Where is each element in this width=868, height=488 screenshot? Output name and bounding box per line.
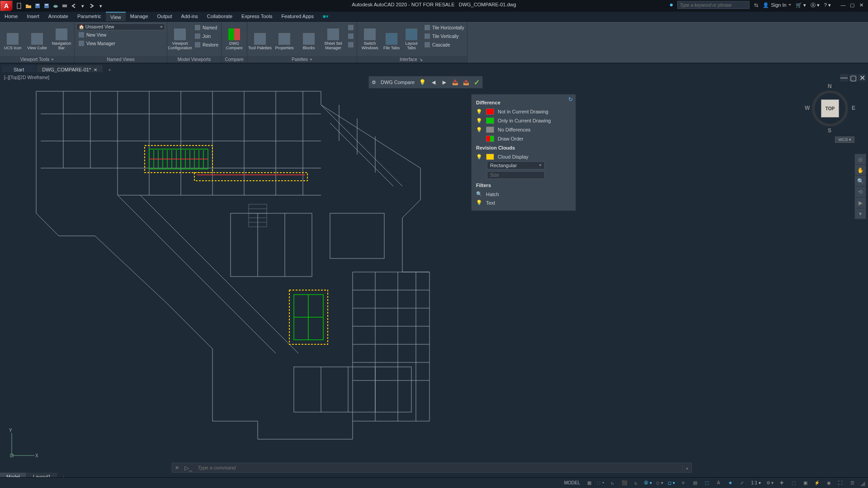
osnap-icon[interactable]: ◻ ▾ — [666, 479, 677, 488]
tab-manage[interactable]: Manage — [126, 12, 153, 21]
navbar-more-icon[interactable]: ▾ — [855, 208, 866, 219]
filter-toggle-icon[interactable]: 🔍 — [476, 191, 482, 197]
quick-properties-icon[interactable]: ▣ — [800, 479, 811, 488]
viewcube-s[interactable]: S — [828, 127, 831, 134]
grid-toggle-icon[interactable]: ▦ — [584, 479, 594, 488]
orbit-icon[interactable]: ⟲ — [855, 187, 866, 197]
open-icon[interactable] — [24, 2, 33, 10]
tab-view[interactable]: View — [106, 12, 126, 21]
showmotion-icon[interactable]: ▶ — [855, 197, 866, 208]
swatch-gray[interactable] — [486, 127, 494, 133]
saveas-icon[interactable] — [42, 2, 51, 10]
compare-done-icon[interactable]: ✓ — [474, 78, 480, 87]
vp-maximize[interactable]: ▢ — [849, 74, 857, 81]
a360-icon[interactable]: Ⓐ ▾ — [811, 2, 820, 9]
cmd-input[interactable]: Type a command — [195, 465, 682, 470]
viewcube[interactable]: TOP N S W E — [803, 81, 857, 136]
difference-panel[interactable]: ↻ Difference 💡 Not in Current Drawing 💡 … — [471, 94, 576, 211]
tab-output[interactable]: Output — [153, 12, 177, 21]
save-icon[interactable] — [33, 2, 42, 10]
bulb-toggle-icon[interactable]: 💡 — [476, 154, 482, 160]
file-tabs-button[interactable]: File Tabs — [382, 23, 401, 52]
infocenter-icon[interactable]: ⇆ — [754, 2, 758, 8]
palette-extra-2[interactable] — [346, 32, 356, 40]
viewcube-w[interactable]: W — [805, 105, 810, 111]
unsaved-view-dropdown[interactable]: 🏠 Unsaved View — [76, 23, 165, 30]
filter-toggle-icon[interactable]: 💡 — [476, 200, 482, 206]
viewport-join-button[interactable]: Join — [193, 32, 220, 40]
cascade-button[interactable]: Cascade — [422, 41, 466, 49]
search-input[interactable] — [677, 1, 750, 9]
navbar-button[interactable]: Navigation Bar — [50, 23, 73, 52]
viewcube-e[interactable]: E — [852, 105, 855, 111]
properties-button[interactable]: Properties — [273, 23, 296, 52]
ortho-icon[interactable]: ⊾ — [631, 479, 642, 488]
cloud-icon[interactable] — [52, 2, 60, 10]
tab-express-tools[interactable]: Express Tools — [237, 12, 277, 21]
customization-icon[interactable]: ☰ — [847, 479, 858, 488]
close-button[interactable]: ✕ — [857, 1, 865, 9]
view-manager-button[interactable]: View Manager — [76, 39, 117, 47]
viewport-restore-button[interactable]: Restore — [193, 41, 220, 49]
selection-cycling-icon[interactable]: ⬚ — [701, 479, 712, 488]
bulb-toggle-icon[interactable]: 💡 — [476, 127, 482, 133]
viewcube-button[interactable]: View Cube — [25, 23, 49, 52]
maximize-button[interactable]: ▢ — [848, 1, 856, 9]
compare-bulb-icon[interactable]: 💡 — [419, 79, 426, 85]
compare-import-icon[interactable]: 📥 — [452, 80, 458, 85]
zoom-extents-icon[interactable]: 🔍 — [855, 176, 866, 187]
switch-windows-button[interactable]: Switch Windows — [358, 23, 382, 52]
qat-dropdown-icon[interactable]: ▾ — [79, 2, 87, 10]
app-logo[interactable]: A — [0, 0, 13, 11]
signin-button[interactable]: 👤 Sign In — [763, 2, 791, 8]
tab-annotate[interactable]: Annotate — [44, 12, 73, 21]
palette-extra-1[interactable] — [346, 23, 356, 32]
cloud-shape-dropdown[interactable]: Rectangular — [487, 161, 545, 169]
transparency-icon[interactable]: ▤ — [689, 479, 700, 488]
workspace-switching-icon[interactable]: ⚙ ▾ — [764, 479, 775, 488]
close-tab-icon[interactable]: ✕ — [94, 67, 97, 72]
viewcube-top-face[interactable]: TOP — [821, 99, 839, 117]
bulb-toggle-icon[interactable]: 💡 — [476, 109, 482, 115]
tab-home[interactable]: Home — [0, 12, 22, 21]
viewport-controls-label[interactable]: [–][Top][2D Wireframe] — [1, 74, 52, 81]
swatch-draworder[interactable] — [486, 136, 494, 142]
help-icon[interactable]: ? ▾ — [824, 2, 831, 8]
dwg-compare-toolbar[interactable]: ⚙ DWG Compare 💡 ◄ ► 📥 📤 ✓ — [368, 76, 483, 89]
new-icon[interactable] — [15, 2, 24, 10]
lineweight-icon[interactable]: ≡ — [678, 479, 689, 488]
hardware-acceleration-icon[interactable]: ⚡ — [811, 479, 822, 488]
tool-palettes-button[interactable]: Tool Palettes — [248, 23, 272, 52]
minimize-button[interactable]: — — [839, 1, 847, 9]
annotation-visibility-icon[interactable]: ★ — [725, 479, 736, 488]
palette-extra-3[interactable] — [346, 41, 356, 49]
isolate-objects-icon[interactable]: ◉ — [823, 479, 834, 488]
viewport-named-button[interactable]: Named — [193, 23, 220, 32]
swatch-yellow[interactable] — [486, 154, 494, 160]
layout-tabs-button[interactable]: Layout Tabs — [401, 23, 421, 52]
compare-settings-icon[interactable]: ⚙ — [372, 80, 376, 85]
command-line[interactable]: ✕ ▷_ Type a command ▴ — [172, 463, 692, 473]
plot-icon[interactable] — [61, 2, 69, 10]
tab-insert[interactable]: Insert — [22, 12, 44, 21]
cmd-history-icon[interactable]: ▴ — [682, 465, 691, 471]
annotation-scale[interactable]: 1:1 ▾ — [748, 480, 764, 485]
tab-featured-apps[interactable]: Featured Apps — [277, 12, 318, 21]
app-store-icon[interactable]: 🛒 ▾ — [796, 2, 806, 8]
clean-screen-icon[interactable]: ⛶ — [835, 479, 846, 488]
info-dot-icon[interactable] — [670, 4, 673, 6]
annotation-autoscale-icon[interactable]: ⤢ — [736, 479, 747, 488]
infer-constraints-icon[interactable]: ⊾ — [607, 479, 618, 488]
compare-prev-icon[interactable]: ◄ — [430, 79, 437, 86]
qat-more-icon[interactable]: ▾ — [97, 2, 105, 10]
blocks-button[interactable]: Blocks — [297, 23, 321, 52]
tile-vertical-button[interactable]: Tile Vertically — [422, 32, 466, 40]
redo-icon[interactable] — [88, 2, 96, 10]
compare-export-icon[interactable]: 📤 — [463, 80, 469, 85]
pan-icon[interactable]: ✋ — [855, 165, 866, 176]
drawing-canvas[interactable] — [0, 72, 868, 473]
dynamic-input-icon[interactable]: ⬛ — [619, 479, 630, 488]
annotation-A-icon[interactable]: A — [713, 479, 724, 488]
tab-collaborate[interactable]: Collaborate — [203, 12, 237, 21]
bulb-toggle-icon[interactable]: 💡 — [476, 118, 482, 124]
